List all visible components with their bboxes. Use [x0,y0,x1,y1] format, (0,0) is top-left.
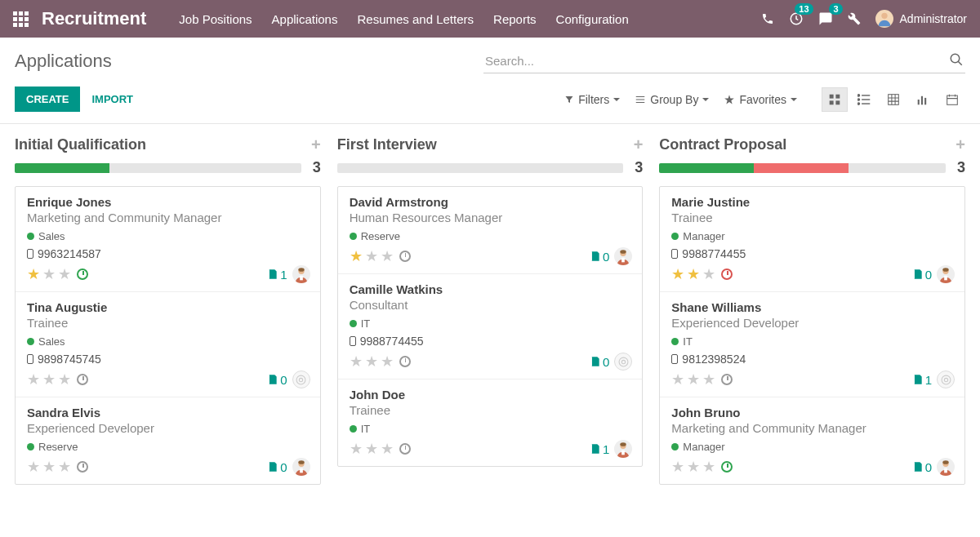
candidate-phone: 9988774455 [671,247,953,260]
svg-rect-33 [944,276,947,281]
assignee-avatar[interactable] [292,458,310,476]
search-input[interactable] [485,54,949,68]
assignee-avatar[interactable] [937,265,955,283]
activities-icon[interactable]: 13 [789,11,804,26]
filters-button[interactable]: Filters [564,93,620,106]
star-icon[interactable]: ★ [365,440,378,458]
app-brand[interactable]: Recruitment [42,8,146,29]
kanban-card[interactable]: Tina Augustie Trainee Sales 9898745745 ★… [16,292,320,397]
clock-icon[interactable] [721,374,733,385]
phone-icon[interactable] [761,12,774,25]
candidate-name: Enrique Jones [27,195,309,209]
nav-resumes[interactable]: Resumes and Letters [357,12,474,26]
star-icon[interactable]: ★ [671,265,684,283]
attachment-count[interactable]: 0 [267,373,287,387]
star-icon[interactable]: ★ [365,353,378,371]
list-view-icon[interactable] [851,87,877,112]
clock-icon[interactable] [399,251,411,262]
assignee-avatar[interactable] [614,440,632,458]
nav-applications[interactable]: Applications [272,12,338,26]
star-icon[interactable]: ★ [58,458,71,476]
star-icon[interactable]: ★ [702,371,715,388]
column-title[interactable]: First Interview [337,136,437,153]
star-icon[interactable]: ★ [687,458,700,476]
card-footer: 0 [590,247,632,265]
add-card-icon[interactable]: + [634,135,644,154]
star-icon[interactable]: ★ [381,353,394,371]
tools-icon[interactable] [848,12,861,25]
import-button[interactable]: IMPORT [80,87,145,112]
star-icon[interactable]: ★ [381,440,394,458]
clock-icon[interactable] [399,443,411,455]
star-icon[interactable]: ★ [687,265,700,283]
kanban-card[interactable]: David Armstrong Human Resources Manager … [338,187,643,274]
nav-reports[interactable]: Reports [493,12,537,26]
svg-point-37 [942,460,948,464]
kanban-view-icon[interactable] [822,87,848,112]
groupby-button[interactable]: Group By [635,93,709,106]
star-icon[interactable]: ★ [350,353,363,371]
search-icon[interactable] [949,52,964,69]
column-title[interactable]: Contract Proposal [659,136,786,153]
assignee-avatar[interactable] [614,247,632,265]
assignee-avatar-empty[interactable] [614,353,632,371]
attachment-count[interactable]: 0 [590,250,609,264]
star-icon[interactable]: ★ [381,247,394,265]
clock-icon[interactable] [77,268,88,280]
nav-configuration[interactable]: Configuration [556,12,629,26]
clock-icon[interactable] [77,374,88,385]
column-title[interactable]: Initial Qualification [15,136,146,153]
candidate-tag: Manager [671,230,724,242]
star-icon[interactable]: ★ [671,371,684,388]
kanban-card[interactable]: Sandra Elvis Experienced Developer Reser… [16,397,320,484]
clock-icon[interactable] [399,356,411,367]
favorites-button[interactable]: Favorites [724,93,797,106]
pivot-view-icon[interactable] [880,87,906,112]
attachment-count[interactable]: 1 [912,373,932,387]
kanban-card[interactable]: Shane Williams Experienced Developer IT … [660,292,964,397]
star-icon[interactable]: ★ [42,265,56,283]
add-card-icon[interactable]: + [956,135,965,154]
nav-job-positions[interactable]: Job Positions [179,12,252,26]
kanban-card[interactable]: John Bruno Marketing and Community Manag… [660,397,964,484]
user-menu[interactable]: Administrator [875,10,967,28]
clock-icon[interactable] [77,461,88,473]
messages-icon[interactable]: 3 [818,11,833,26]
assignee-avatar-empty[interactable] [292,371,310,388]
star-icon[interactable]: ★ [58,265,71,283]
attachment-count[interactable]: 0 [267,460,287,474]
star-icon[interactable]: ★ [42,458,56,476]
star-icon[interactable]: ★ [365,247,378,265]
kanban-card[interactable]: Enrique Jones Marketing and Community Ma… [16,187,320,292]
assignee-avatar-empty[interactable] [937,371,955,388]
apps-icon[interactable] [13,11,29,27]
create-button[interactable]: CREATE [15,87,80,112]
star-icon[interactable]: ★ [671,458,684,476]
attachment-count[interactable]: 0 [912,268,932,282]
assignee-avatar[interactable] [292,265,310,283]
star-icon[interactable]: ★ [702,265,715,283]
attachment-count[interactable]: 0 [912,460,932,474]
kanban-card[interactable]: Camille Watkins Consultant IT 9988774455… [338,274,643,379]
star-icon[interactable]: ★ [27,458,40,476]
graph-view-icon[interactable] [910,87,936,112]
kanban-card[interactable]: Marie Justine Trainee Manager 9988774455… [660,187,964,292]
clock-icon[interactable] [721,268,733,280]
attachment-count[interactable]: 0 [590,355,609,369]
star-icon[interactable]: ★ [702,458,715,476]
star-icon[interactable]: ★ [42,371,56,388]
star-icon[interactable]: ★ [27,265,40,283]
calendar-view-icon[interactable] [939,87,965,112]
star-icon[interactable]: ★ [27,371,40,388]
add-card-icon[interactable]: + [311,135,321,154]
attachment-count[interactable]: 1 [590,442,609,456]
kanban-card[interactable]: John Doe Trainee IT ★★★ 1 [338,379,643,466]
candidate-tag: Reserve [27,441,78,453]
attachment-count[interactable]: 1 [267,268,287,282]
clock-icon[interactable] [721,461,733,473]
star-icon[interactable]: ★ [687,371,700,388]
star-icon[interactable]: ★ [350,247,363,265]
star-icon[interactable]: ★ [58,371,71,388]
assignee-avatar[interactable] [937,458,955,476]
star-icon[interactable]: ★ [350,440,363,458]
